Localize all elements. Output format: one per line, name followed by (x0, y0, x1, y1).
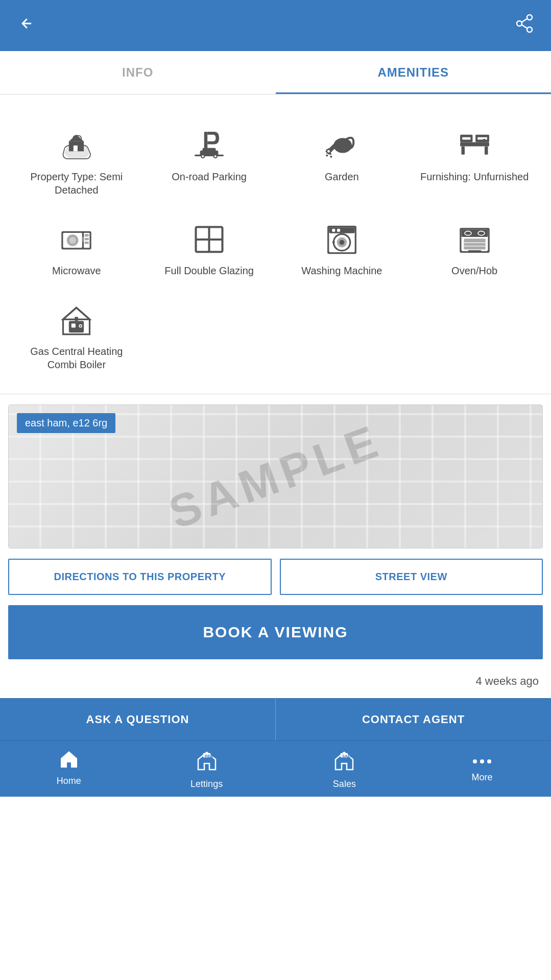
back-button[interactable] (16, 13, 37, 38)
svg-rect-37 (477, 137, 487, 139)
amenity-washing-machine: Washing Machine (276, 209, 409, 290)
share-button[interactable] (514, 13, 535, 38)
map-sample-watermark: SAMPLE (162, 414, 389, 539)
svg-point-76 (80, 325, 81, 326)
svg-point-56 (337, 228, 341, 232)
svg-line-3 (522, 18, 528, 22)
svg-rect-35 (462, 137, 470, 139)
sales-icon: SALE (333, 750, 355, 776)
bottom-action-bar: ASK A QUESTION CONTACT AGENT (0, 698, 551, 740)
nav-lettings[interactable]: RENT Lettings (138, 741, 276, 797)
home-icon (59, 750, 79, 773)
svg-point-43 (69, 237, 76, 244)
amenity-parking-label: On-road Parking (172, 170, 247, 183)
tab-info[interactable]: INFO (0, 51, 276, 94)
amenity-furnishing: Furnishing: Unfurnished (408, 115, 541, 209)
ask-question-button[interactable]: ASK A QUESTION (0, 699, 276, 740)
amenity-glazing-label: Full Double Glazing (164, 264, 254, 277)
washing-machine-icon (321, 221, 362, 257)
amenity-property-type: Property Type: Semi Detached (10, 115, 143, 209)
svg-point-60 (340, 240, 345, 245)
svg-rect-7 (74, 145, 78, 151)
furnishing-icon (454, 127, 495, 163)
amenities-grid: Property Type: Semi Detached On-road Par… (0, 94, 551, 394)
svg-text:SALE: SALE (342, 754, 353, 758)
amenity-boiler-label: Gas Central Heating Combi Boiler (15, 345, 138, 371)
amenity-boiler: Gas Central Heating Combi Boiler (10, 290, 143, 384)
svg-rect-73 (71, 323, 76, 327)
bottom-nav: Home RENT Lettings SALE Sales (0, 740, 551, 797)
svg-rect-70 (468, 250, 481, 252)
nav-sales-label: Sales (333, 779, 356, 790)
svg-point-22 (327, 150, 330, 152)
svg-point-82 (480, 759, 484, 763)
svg-rect-74 (75, 317, 79, 321)
directions-button[interactable]: DIRECTIONS TO THIS PROPERTY (8, 559, 272, 595)
svg-point-26 (329, 152, 330, 153)
amenity-oven: Oven/Hob (408, 209, 541, 290)
svg-rect-46 (85, 237, 89, 240)
tab-bar: INFO AMENITIES (0, 51, 551, 94)
svg-point-25 (330, 151, 331, 152)
contact-agent-button[interactable]: CONTACT AGENT (276, 699, 551, 740)
svg-rect-47 (85, 241, 89, 244)
svg-rect-64 (461, 229, 488, 237)
oven-icon (454, 221, 495, 257)
house-hand-icon (56, 127, 97, 163)
nav-home[interactable]: Home (0, 741, 138, 797)
svg-point-28 (326, 152, 327, 153)
map-placeholder[interactable]: SAMPLE east ham, e12 6rg (9, 405, 542, 548)
svg-point-23 (328, 148, 329, 149)
svg-rect-67 (464, 238, 485, 249)
amenity-microwave-label: Microwave (52, 264, 101, 277)
svg-point-14 (202, 155, 204, 157)
map-actions: DIRECTIONS TO THIS PROPERTY STREET VIEW (8, 559, 543, 595)
nav-sales[interactable]: SALE Sales (276, 741, 414, 797)
svg-rect-32 (461, 146, 465, 154)
svg-point-1 (527, 27, 532, 32)
svg-point-19 (326, 154, 328, 156)
svg-point-81 (473, 759, 477, 763)
svg-point-16 (333, 138, 352, 153)
amenity-glazing: Full Double Glazing (143, 209, 276, 290)
nav-more-label: More (472, 772, 493, 783)
svg-point-55 (332, 228, 336, 232)
amenity-washing-machine-label: Washing Machine (301, 264, 382, 277)
svg-text:RENT: RENT (205, 754, 216, 758)
svg-rect-11 (203, 148, 216, 152)
svg-point-61 (332, 241, 335, 244)
svg-point-15 (214, 155, 217, 157)
amenity-garden-label: Garden (325, 170, 359, 183)
book-viewing-button[interactable]: BOOK A VIEWING (8, 605, 543, 659)
svg-point-83 (487, 759, 491, 763)
svg-line-4 (522, 25, 528, 28)
svg-point-27 (328, 153, 329, 154)
svg-point-30 (326, 149, 327, 150)
lettings-icon: RENT (196, 750, 218, 776)
amenity-garden: Garden (276, 115, 409, 209)
svg-point-2 (517, 21, 522, 26)
svg-rect-31 (460, 142, 489, 146)
garden-icon (321, 127, 362, 163)
glazing-icon (189, 221, 230, 257)
section-divider (0, 394, 551, 394)
street-view-button[interactable]: STREET VIEW (280, 559, 543, 595)
svg-rect-39 (478, 139, 482, 142)
timestamp: 4 weeks ago (0, 670, 551, 698)
map-section[interactable]: SAMPLE east ham, e12 6rg (8, 404, 543, 548)
svg-point-29 (325, 151, 326, 152)
svg-point-20 (330, 155, 332, 157)
svg-rect-48 (82, 237, 84, 242)
nav-more[interactable]: More (413, 741, 551, 797)
svg-rect-45 (85, 234, 89, 236)
amenity-furnishing-label: Furnishing: Unfurnished (420, 170, 529, 183)
nav-home-label: Home (57, 776, 81, 786)
amenity-property-type-label: Property Type: Semi Detached (15, 170, 138, 197)
tab-amenities[interactable]: AMENITIES (276, 51, 552, 94)
map-address-label: east ham, e12 6rg (17, 413, 115, 433)
svg-rect-38 (483, 138, 485, 142)
svg-point-24 (329, 149, 330, 150)
microwave-icon (56, 221, 97, 257)
svg-point-0 (527, 15, 532, 20)
app-header (0, 0, 551, 51)
